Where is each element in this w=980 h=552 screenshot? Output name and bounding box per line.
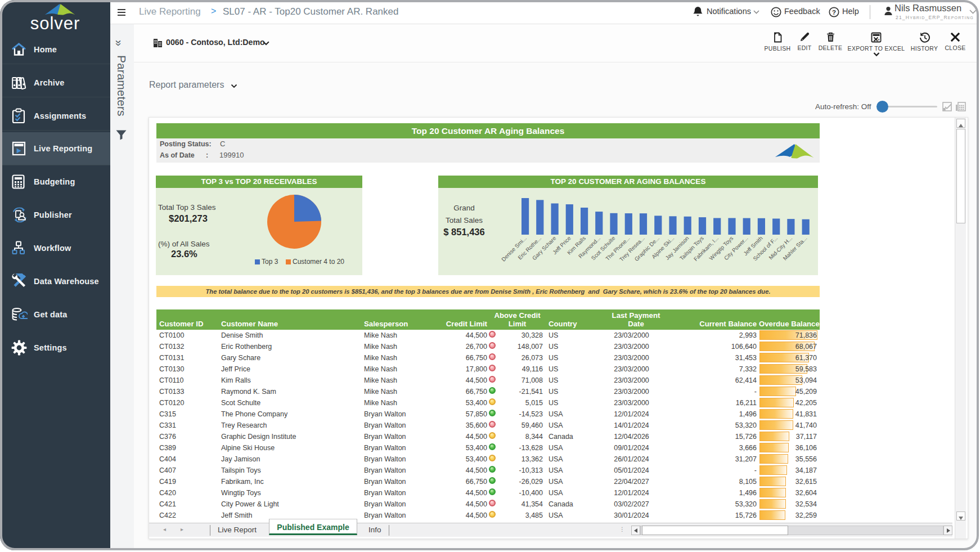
svg-text:e: e xyxy=(878,38,880,41)
svg-text:?: ? xyxy=(832,9,836,16)
